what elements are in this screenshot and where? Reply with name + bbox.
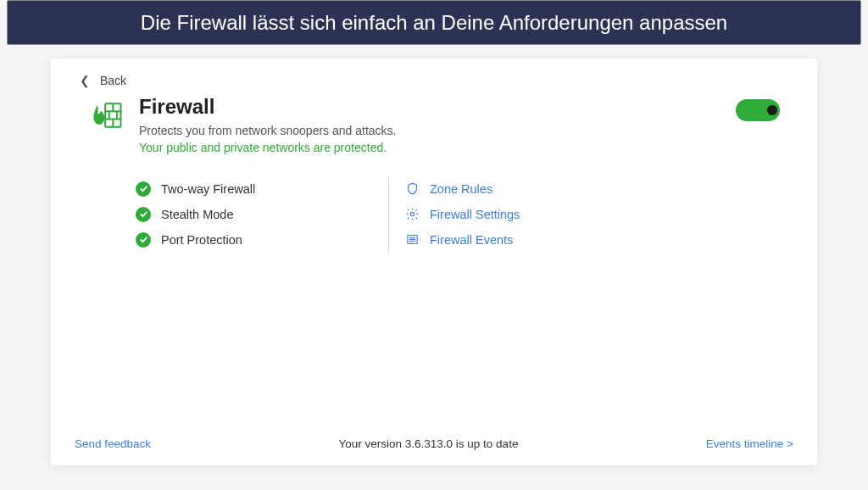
feature-port: Port Protection bbox=[136, 227, 356, 253]
check-icon bbox=[136, 207, 151, 222]
status-text: Your public and private networks are pro… bbox=[139, 141, 736, 154]
svg-point-7 bbox=[410, 212, 414, 215]
caption-text: Die Firewall lässt sich einfach an Deine… bbox=[141, 11, 727, 34]
link-firewall-events[interactable]: Firewall Events bbox=[404, 227, 642, 253]
link-label: Firewall Settings bbox=[430, 208, 520, 221]
column-divider bbox=[388, 176, 389, 253]
feature-two-way: Two-way Firewall bbox=[136, 176, 356, 202]
link-zone-rules[interactable]: Zone Rules bbox=[404, 176, 642, 202]
header-text-block: Firewall Protects you from network snoop… bbox=[139, 96, 736, 153]
firewall-icon bbox=[88, 96, 125, 133]
page-subtitle: Protects you from network snoopers and a… bbox=[139, 124, 736, 137]
check-icon bbox=[136, 181, 151, 197]
list-icon bbox=[404, 232, 420, 248]
shield-icon bbox=[404, 181, 420, 197]
events-timeline-link[interactable]: Events timeline > bbox=[706, 437, 793, 450]
app-window: ❮ Back Firewall Protects you from networ… bbox=[51, 58, 817, 465]
page-header: Firewall Protects you from network snoop… bbox=[51, 87, 817, 153]
send-feedback-link[interactable]: Send feedback bbox=[75, 437, 151, 450]
links-column: Zone Rules Firewall Settings Firewall Ev… bbox=[404, 176, 642, 253]
caption-banner: Die Firewall lässt sich einfach an Deine… bbox=[7, 0, 861, 45]
gear-icon bbox=[404, 207, 420, 222]
check-icon bbox=[136, 232, 151, 248]
feature-stealth: Stealth Mode bbox=[136, 202, 356, 227]
firewall-toggle[interactable] bbox=[736, 99, 780, 121]
page-title: Firewall bbox=[139, 96, 736, 118]
features-column: Two-way Firewall Stealth Mode Port Prote… bbox=[136, 176, 373, 253]
feature-label: Port Protection bbox=[161, 233, 242, 247]
link-label: Firewall Events bbox=[430, 233, 513, 247]
feature-label: Stealth Mode bbox=[161, 208, 233, 221]
toggle-knob bbox=[767, 105, 777, 115]
version-text: Your version 3.6.313.0 is up to date bbox=[338, 437, 518, 450]
feature-label: Two-way Firewall bbox=[161, 182, 255, 196]
chevron-left-icon: ❮ bbox=[80, 74, 90, 87]
link-label: Zone Rules bbox=[430, 182, 492, 196]
back-label: Back bbox=[100, 74, 126, 87]
footer-bar: Send feedback Your version 3.6.313.0 is … bbox=[51, 426, 817, 465]
back-button[interactable]: ❮ Back bbox=[51, 58, 817, 87]
link-firewall-settings[interactable]: Firewall Settings bbox=[404, 202, 642, 227]
content-columns: Two-way Firewall Stealth Mode Port Prote… bbox=[136, 176, 817, 253]
